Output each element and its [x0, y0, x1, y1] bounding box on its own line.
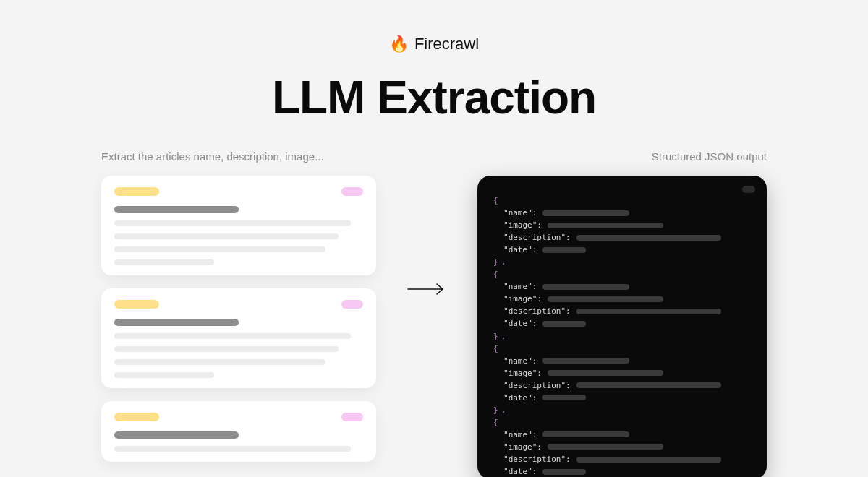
json-value-placeholder — [542, 321, 586, 327]
text-line — [114, 233, 339, 239]
badge-pill — [341, 187, 363, 196]
json-value-placeholder — [548, 296, 663, 302]
input-column: Extract the articles name, description, … — [101, 150, 376, 462]
json-value-placeholder — [576, 235, 721, 241]
json-output: {nameimagedescriptiondate},{nameimagedes… — [493, 194, 751, 477]
json-value-placeholder — [576, 382, 721, 388]
text-line — [114, 372, 214, 378]
json-key: name — [503, 355, 537, 367]
json-value-placeholder — [548, 444, 663, 450]
title-placeholder — [114, 431, 239, 439]
json-key: description — [503, 231, 571, 244]
page-title: LLM Extraction — [0, 71, 868, 124]
json-value-placeholder — [548, 370, 663, 376]
json-key: description — [503, 305, 571, 317]
brand: 🔥 Firecrawl — [389, 35, 479, 53]
json-value-placeholder — [542, 395, 586, 400]
json-key: name — [503, 280, 537, 293]
arrow — [405, 150, 448, 301]
code-window: {nameimagedescriptiondate},{nameimagedes… — [477, 176, 767, 477]
input-label: Extract the articles name, description, … — [101, 150, 376, 163]
text-line — [114, 446, 351, 452]
badge-pill — [341, 413, 363, 421]
json-key: description — [503, 379, 571, 392]
json-key: name — [503, 207, 537, 219]
article-card — [101, 401, 376, 462]
text-line — [114, 333, 351, 339]
article-card — [101, 176, 376, 275]
window-control-icon — [742, 186, 755, 193]
arrow-right-icon — [407, 280, 447, 301]
text-line — [114, 346, 339, 352]
tag-pill — [114, 300, 159, 309]
json-value-placeholder — [576, 309, 721, 314]
article-card — [101, 288, 376, 388]
json-key: date — [503, 465, 537, 477]
brand-name: Firecrawl — [414, 35, 479, 53]
tag-pill — [114, 413, 159, 421]
json-value-placeholder — [542, 284, 629, 290]
tag-pill — [114, 187, 159, 196]
json-key: image — [503, 219, 542, 231]
title-placeholder — [114, 206, 239, 213]
output-column: Structured JSON output {nameimagedescrip… — [477, 150, 767, 477]
output-label: Structured JSON output — [477, 150, 767, 163]
json-value-placeholder — [542, 247, 586, 253]
json-value-placeholder — [542, 469, 586, 475]
json-value-placeholder — [576, 457, 721, 463]
json-value-placeholder — [542, 210, 629, 216]
json-key: date — [503, 317, 537, 330]
text-line — [114, 259, 214, 265]
json-key: date — [503, 244, 537, 256]
badge-pill — [341, 300, 363, 309]
json-value-placeholder — [548, 223, 663, 228]
text-line — [114, 220, 351, 226]
json-key: image — [503, 367, 542, 379]
json-key: image — [503, 293, 542, 305]
json-key: date — [503, 392, 537, 404]
json-key: description — [503, 453, 571, 465]
title-placeholder — [114, 319, 239, 326]
json-value-placeholder — [542, 358, 629, 364]
text-line — [114, 359, 326, 365]
text-line — [114, 246, 326, 252]
json-key: name — [503, 429, 537, 441]
json-key: image — [503, 441, 542, 453]
fire-icon: 🔥 — [389, 35, 409, 53]
json-value-placeholder — [542, 431, 629, 437]
